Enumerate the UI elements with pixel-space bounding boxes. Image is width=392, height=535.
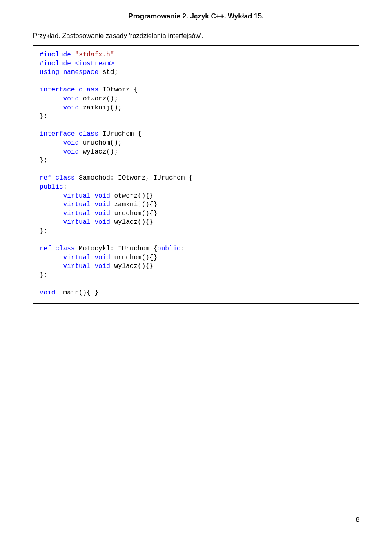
void-keyword: void	[63, 139, 79, 147]
uruchom-decl: uruchom();	[83, 139, 122, 147]
using-keyword: using	[40, 69, 59, 76]
void-keyword: void	[94, 263, 110, 270]
ref-keyword: ref	[40, 174, 51, 182]
motocykl-decl: Motocykl: IUruchom {	[79, 245, 157, 252]
virtual-keyword: virtual	[63, 263, 91, 270]
virtual-keyword: virtual	[63, 192, 91, 200]
zamknij-decl: zamknij();	[83, 104, 122, 111]
namespace-keyword: namespace	[63, 69, 98, 76]
wylacz-decl: wylacz();	[83, 148, 118, 156]
iuruchom-name: IUruchom {	[102, 130, 142, 138]
ref-keyword: ref	[40, 245, 51, 252]
class-keyword: class	[55, 245, 75, 252]
zamknij-body: zamknij(){}	[114, 201, 157, 208]
interface-keyword: interface	[40, 86, 75, 94]
samochod-decl: Samochod: IOtworz, IUruchom {	[79, 174, 192, 182]
main-decl: main(){ }	[63, 289, 98, 296]
close-brace: };	[40, 272, 47, 279]
virtual-keyword: virtual	[63, 254, 91, 261]
colon: :	[63, 183, 67, 191]
interface-keyword: interface	[40, 130, 75, 138]
uruchom-body: uruchom(){}	[114, 254, 157, 261]
void-keyword: void	[94, 201, 110, 208]
iostream-header: <iostream>	[75, 60, 114, 67]
colon: :	[181, 245, 185, 252]
uruchom-body: uruchom(){}	[114, 210, 157, 217]
std-ident: std;	[102, 69, 118, 76]
void-keyword: void	[63, 148, 79, 156]
include-directive: #include	[40, 60, 71, 67]
class-keyword: class	[79, 130, 98, 138]
otworz-decl: otworz();	[83, 95, 118, 103]
virtual-keyword: virtual	[63, 210, 91, 217]
class-keyword: class	[55, 174, 75, 182]
page-number: 8	[356, 516, 359, 523]
void-keyword: void	[40, 289, 55, 296]
void-keyword: void	[94, 192, 110, 200]
void-keyword: void	[94, 210, 110, 217]
virtual-keyword: virtual	[63, 218, 91, 226]
otworz-body: otworz(){}	[114, 192, 153, 200]
stdafx-string: "stdafx.h"	[75, 51, 114, 58]
public-keyword: public	[40, 183, 63, 191]
include-directive: #include	[40, 51, 71, 58]
wylacz-body: wylacz(){}	[114, 218, 153, 226]
void-keyword: void	[63, 95, 79, 103]
void-keyword: void	[94, 254, 110, 261]
code-box: #include "stdafx.h" #include <iostream> …	[33, 45, 359, 304]
virtual-keyword: virtual	[63, 201, 91, 208]
close-brace: };	[40, 227, 47, 235]
wylacz-body: wylacz(){}	[114, 263, 153, 270]
public-keyword: public	[157, 245, 181, 252]
page-title: Programowanie 2. Język C++. Wykład 15.	[33, 12, 359, 20]
class-keyword: class	[79, 86, 98, 94]
void-keyword: void	[63, 104, 79, 111]
example-subtitle: Przykład. Zastosowanie zasady 'rozdziela…	[33, 32, 359, 40]
close-brace: };	[40, 113, 47, 120]
void-keyword: void	[94, 218, 110, 226]
close-brace: };	[40, 157, 47, 164]
iotworz-name: IOtworz {	[102, 86, 138, 94]
